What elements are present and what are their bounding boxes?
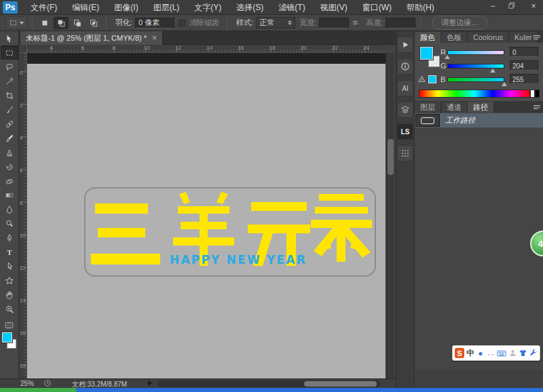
sogou-logo-icon[interactable]: S xyxy=(455,348,464,358)
gamut-chip[interactable] xyxy=(428,75,436,83)
tools-list: T xyxy=(0,31,18,316)
tool-history-brush-icon[interactable] xyxy=(1,159,18,174)
mode-intersect-selection[interactable] xyxy=(86,17,101,29)
value-G[interactable]: 204 xyxy=(510,60,538,71)
foreground-color-swatch[interactable] xyxy=(2,332,12,342)
tab-通道[interactable]: 通道 xyxy=(441,102,468,113)
tool-gradient-icon[interactable] xyxy=(1,188,18,202)
quick-mask-button[interactable] xyxy=(1,319,18,331)
paths-panel-menu-icon[interactable] xyxy=(533,104,541,111)
actions-panel-icon[interactable] xyxy=(397,37,413,53)
panel-foreground-swatch[interactable] xyxy=(420,47,433,60)
tab-Coolorus[interactable]: Coolorus xyxy=(468,32,509,43)
value-B[interactable]: 255 xyxy=(510,74,538,84)
tool-brush-icon[interactable] xyxy=(1,131,18,145)
menu-item-5[interactable]: 选择(S) xyxy=(229,0,271,15)
tool-eyedropper-icon[interactable] xyxy=(1,102,18,117)
status-flyout-arrow[interactable] xyxy=(148,380,152,386)
tool-type-icon[interactable]: T xyxy=(1,245,18,259)
punctuation-toggle-icon[interactable]: ，。 xyxy=(486,348,495,359)
tool-zoom-icon[interactable] xyxy=(1,302,18,316)
menu-item-4[interactable]: 文字(Y) xyxy=(187,0,229,15)
tool-magic-wand-icon[interactable] xyxy=(1,74,18,88)
user-profile-icon[interactable] xyxy=(508,348,517,359)
color-panel-menu-icon[interactable] xyxy=(533,34,541,41)
skin-icon[interactable] xyxy=(519,348,527,359)
tab-close-icon[interactable]: × xyxy=(152,33,157,43)
style-select[interactable]: 正常 xyxy=(256,17,295,28)
patterns-panel-icon[interactable] xyxy=(397,145,413,161)
mode-subtract-from-selection[interactable] xyxy=(70,17,85,29)
canvas-document[interactable]: 三羊开泰 HAPPY NEW YEAR xyxy=(27,53,386,378)
svg-text:T: T xyxy=(7,248,12,256)
menu-item-1[interactable]: 编辑(E) xyxy=(64,0,107,15)
ai-panel-icon[interactable]: Al xyxy=(397,80,413,96)
chinese-mode-icon[interactable]: 中 xyxy=(466,348,474,359)
pasteboard xyxy=(27,53,386,64)
restore-button[interactable] xyxy=(508,1,519,11)
horizontal-scrollbar[interactable] xyxy=(157,380,380,387)
tool-crop-icon[interactable] xyxy=(1,88,18,102)
document-tab[interactable]: 未标题-1 @ 25% (图层 1, CMYK/8) * × xyxy=(20,31,163,45)
menu-item-8[interactable]: 窗口(W) xyxy=(355,0,399,15)
tool-pen-icon[interactable] xyxy=(1,231,18,245)
slider-track-B[interactable] xyxy=(447,77,504,82)
tool-spot-healing-brush-icon[interactable] xyxy=(1,117,18,131)
start-button-strip[interactable] xyxy=(0,388,76,392)
height-input[interactable] xyxy=(386,18,415,28)
tool-path-selection-icon[interactable] xyxy=(1,259,18,273)
menu-item-6[interactable]: 滤镜(T) xyxy=(271,0,312,15)
soft-keyboard-icon[interactable] xyxy=(497,348,506,359)
tool-move-icon[interactable] xyxy=(1,31,18,45)
work-path-row[interactable]: 工作路径 xyxy=(415,113,543,128)
swap-width-height-icon[interactable] xyxy=(351,18,360,27)
tool-eraser-icon[interactable] xyxy=(1,174,18,188)
menu-item-0[interactable]: 文件(F) xyxy=(23,0,64,15)
slider-handle-G[interactable] xyxy=(490,68,495,73)
fullwidth-toggle-icon[interactable]: ● xyxy=(476,348,485,359)
tab-色板[interactable]: 色板 xyxy=(441,32,468,43)
menu-item-7[interactable]: 视图(V) xyxy=(313,0,355,15)
slider-track-G[interactable] xyxy=(447,64,504,68)
layer-styles-panel-icon[interactable]: LS xyxy=(397,123,413,140)
antialias-checkbox[interactable] xyxy=(179,20,185,26)
gamut-warning[interactable] xyxy=(417,75,436,83)
menu-item-3[interactable]: 图层(L) xyxy=(146,0,187,15)
tool-hand-icon[interactable] xyxy=(1,288,18,302)
feather-input[interactable] xyxy=(135,18,174,28)
layer-comps-panel-icon[interactable] xyxy=(397,102,413,118)
menu-item-9[interactable]: 帮助(H) xyxy=(399,0,442,15)
close-button[interactable]: × xyxy=(528,1,539,11)
toolbox-icon[interactable] xyxy=(529,348,538,359)
tab-路径[interactable]: 路径 xyxy=(468,102,494,113)
slider-handle-B[interactable] xyxy=(502,82,507,86)
horizontal-scroll-thumb[interactable] xyxy=(304,381,377,387)
vertical-scrollbar[interactable] xyxy=(386,53,394,378)
menu-item-2[interactable]: 图像(I) xyxy=(107,0,145,15)
width-input[interactable] xyxy=(319,18,349,28)
tool-clone-stamp-icon[interactable] xyxy=(1,145,18,159)
color-spectrum-ramp[interactable] xyxy=(419,90,530,98)
vertical-scroll-thumb[interactable] xyxy=(388,139,394,175)
spectrum-black-swatch[interactable] xyxy=(535,90,540,98)
tool-preset-picker[interactable] xyxy=(5,16,27,29)
slider-handle-R[interactable] xyxy=(445,55,450,59)
tab-图层[interactable]: 图层 xyxy=(415,102,441,113)
mode-new-selection[interactable] xyxy=(37,17,52,29)
mode-add-to-selection[interactable] xyxy=(54,17,69,29)
tab-颜色[interactable]: 颜色 xyxy=(415,32,441,43)
tool-rectangular-marquee-icon[interactable] xyxy=(1,45,18,60)
taskbar-strip xyxy=(0,388,543,392)
spectrum-white-swatch[interactable] xyxy=(530,90,535,98)
tool-custom-shape-icon[interactable] xyxy=(1,273,18,288)
refine-edge-button[interactable]: 调整边缘… xyxy=(432,16,487,30)
ruler-origin-corner[interactable] xyxy=(19,45,27,53)
tool-dodge-icon[interactable] xyxy=(1,216,18,231)
slider-track-R[interactable] xyxy=(447,50,504,55)
tool-lasso-icon[interactable] xyxy=(1,60,18,74)
info-panel-icon[interactable] xyxy=(397,58,413,75)
tool-blur-icon[interactable] xyxy=(1,202,18,216)
value-R[interactable]: 0 xyxy=(510,47,538,57)
minimize-button[interactable]: − xyxy=(487,1,498,11)
zoom-level[interactable]: 25% xyxy=(20,380,34,387)
